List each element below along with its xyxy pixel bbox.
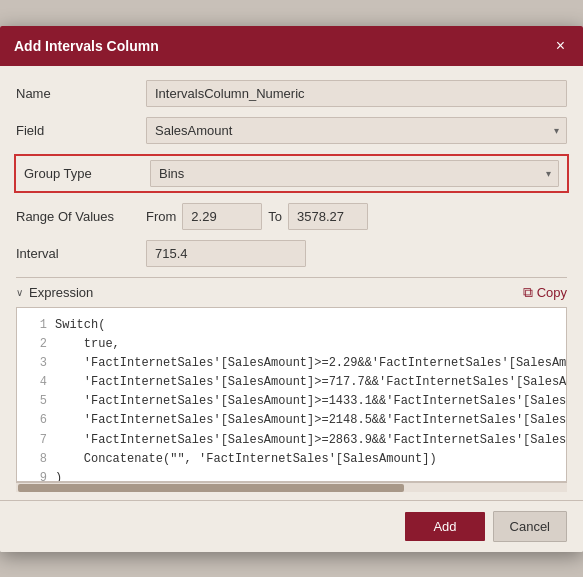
expression-header: ∨ Expression ⧉ Copy: [16, 277, 567, 307]
expression-label: Expression: [29, 285, 93, 300]
field-label: Field: [16, 123, 146, 138]
group-type-select[interactable]: Bins: [150, 160, 559, 187]
range-fields: From To: [146, 203, 368, 230]
group-type-label: Group Type: [24, 166, 150, 181]
range-from-input[interactable]: [182, 203, 262, 230]
interval-row: Interval: [16, 240, 567, 267]
range-row: Range Of Values From To: [16, 203, 567, 230]
code-area: 1Switch(2 true,3 'FactInternetSales'[Sal…: [16, 307, 567, 482]
interval-label: Interval: [16, 246, 146, 261]
range-to-input[interactable]: [288, 203, 368, 230]
range-from-label: From: [146, 209, 176, 224]
field-select-wrapper: SalesAmount ▾: [146, 117, 567, 144]
group-type-select-wrapper: Bins ▾: [150, 160, 559, 187]
dialog-title: Add Intervals Column: [14, 38, 159, 54]
name-input[interactable]: [146, 80, 567, 107]
range-to-label: To: [268, 209, 282, 224]
close-button[interactable]: ×: [552, 36, 569, 56]
group-type-row: Group Type Bins ▾: [14, 154, 569, 193]
add-button[interactable]: Add: [405, 512, 484, 541]
scrollbar-thumb: [18, 484, 404, 492]
dialog-footer: Add Cancel: [0, 500, 583, 552]
cancel-button[interactable]: Cancel: [493, 511, 567, 542]
add-intervals-dialog: Add Intervals Column × Name Field SalesA…: [0, 26, 583, 552]
copy-label: Copy: [537, 285, 567, 300]
scrollbar-area[interactable]: [16, 482, 567, 492]
expression-toggle[interactable]: ∨ Expression: [16, 285, 93, 300]
name-label: Name: [16, 86, 146, 101]
name-row: Name: [16, 80, 567, 107]
field-row: Field SalesAmount ▾: [16, 117, 567, 144]
expression-section: ∨ Expression ⧉ Copy 1Switch(2 true,3 'Fa…: [16, 277, 567, 492]
copy-icon: ⧉: [523, 284, 533, 301]
dialog-body: Name Field SalesAmount ▾ Group Type Bins…: [0, 66, 583, 492]
expression-chevron-icon: ∨: [16, 287, 23, 298]
interval-input[interactable]: [146, 240, 306, 267]
field-select[interactable]: SalesAmount: [146, 117, 567, 144]
copy-button[interactable]: ⧉ Copy: [523, 284, 567, 301]
range-label: Range Of Values: [16, 209, 146, 224]
dialog-header: Add Intervals Column ×: [0, 26, 583, 66]
